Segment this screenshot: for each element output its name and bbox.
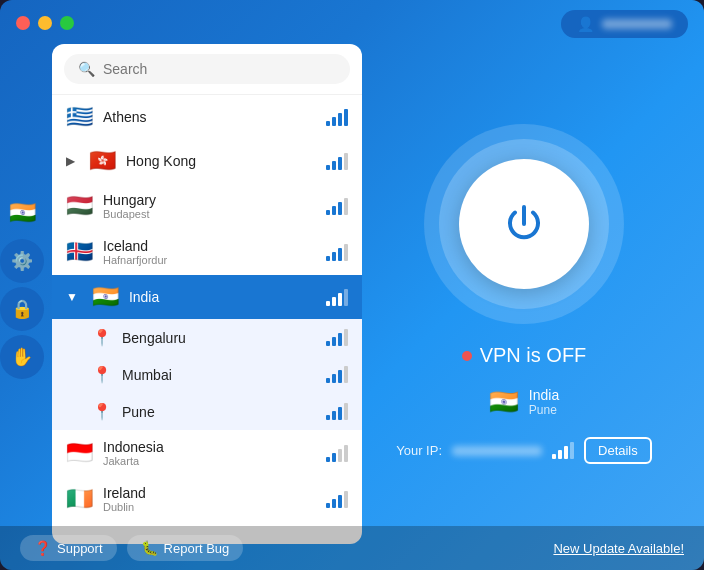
server-name-hongkong: Hong Kong xyxy=(126,153,316,169)
server-name-indonesia: Indonesia xyxy=(103,439,316,455)
power-icon xyxy=(499,199,549,249)
server-name-hungary: Hungary xyxy=(103,192,316,208)
power-button-container xyxy=(424,124,624,324)
server-city-indonesia: Jakarta xyxy=(103,455,316,467)
vpn-status-text: VPN is OFF xyxy=(480,344,587,367)
support-icon: ❓ xyxy=(34,540,51,556)
flag-indonesia: 🇮🇩 xyxy=(66,440,93,466)
sidebar-flag-button[interactable]: 🇮🇳 xyxy=(0,191,44,235)
user-name xyxy=(602,19,672,29)
user-button[interactable]: 👤 xyxy=(561,10,688,38)
server-panel: 🔍 🇬🇷 Athens ▶ xyxy=(52,44,362,544)
user-icon: 👤 xyxy=(577,16,594,32)
search-input[interactable] xyxy=(103,61,336,77)
power-ring-mid xyxy=(439,139,609,309)
server-name-india: India xyxy=(129,289,316,305)
sidebar-lock-button[interactable]: 🔒 xyxy=(0,287,44,331)
city-name-mumbai: Mumbai xyxy=(122,367,316,383)
connected-flag: 🇮🇳 xyxy=(489,388,519,416)
flag-iceland: 🇮🇸 xyxy=(66,239,93,265)
status-dot xyxy=(462,351,472,361)
connected-city: Pune xyxy=(529,403,559,417)
flag-hungary: 🇭🇺 xyxy=(66,193,93,219)
bug-icon: 🐛 xyxy=(141,540,158,556)
server-item-ireland[interactable]: 🇮🇪 Ireland Dublin xyxy=(52,476,362,522)
flag-hongkong: 🇭🇰 xyxy=(89,148,116,174)
search-input-wrapper: 🔍 xyxy=(64,54,350,84)
signal-ip xyxy=(552,442,574,459)
server-item-iceland[interactable]: 🇮🇸 Iceland Hafnarfjordur xyxy=(52,229,362,275)
pin-mumbai: 📍 xyxy=(92,365,112,384)
search-bar: 🔍 xyxy=(52,44,362,95)
ip-address xyxy=(452,446,542,456)
chevron-india: ▼ xyxy=(66,290,78,304)
app-window: 👤 🇮🇳 ⚙️ 🔒 ✋ 🔍 🇬🇷 Athens xyxy=(0,0,704,570)
server-list: 🇬🇷 Athens ▶ 🇭🇰 Hong Kong xyxy=(52,95,362,544)
power-ring-outer xyxy=(424,124,624,324)
right-panel: VPN is OFF 🇮🇳 India Pune Your IP: Detail… xyxy=(344,44,704,544)
bottom-left: ❓ Support 🐛 Report Bug xyxy=(20,535,243,561)
sidebar-hand-button[interactable]: ✋ xyxy=(0,335,44,379)
power-button[interactable] xyxy=(459,159,589,289)
report-bug-label: Report Bug xyxy=(164,541,230,556)
ip-bar: Your IP: Details xyxy=(396,437,652,464)
bottom-bar: ❓ Support 🐛 Report Bug New Update Availa… xyxy=(0,526,704,570)
close-button[interactable] xyxy=(16,16,30,30)
update-link[interactable]: New Update Available! xyxy=(553,541,684,556)
server-city-iceland: Hafnarfjordur xyxy=(103,254,316,266)
support-button[interactable]: ❓ Support xyxy=(20,535,117,561)
server-item-indonesia[interactable]: 🇮🇩 Indonesia Jakarta xyxy=(52,430,362,476)
report-bug-button[interactable]: 🐛 Report Bug xyxy=(127,535,244,561)
server-name-athens: Athens xyxy=(103,109,316,125)
server-item-athens[interactable]: 🇬🇷 Athens xyxy=(52,95,362,139)
sidebar-settings-button[interactable]: ⚙️ xyxy=(0,239,44,283)
connected-info: 🇮🇳 India Pune xyxy=(489,387,559,417)
search-icon: 🔍 xyxy=(78,61,95,77)
ip-label: Your IP: xyxy=(396,443,442,458)
minimize-button[interactable] xyxy=(38,16,52,30)
city-item-bengaluru[interactable]: 📍 Bengaluru xyxy=(52,319,362,356)
pin-pune: 📍 xyxy=(92,402,112,421)
server-item-hongkong[interactable]: ▶ 🇭🇰 Hong Kong xyxy=(52,139,362,183)
flag-india: 🇮🇳 xyxy=(92,284,119,310)
city-item-mumbai[interactable]: 📍 Mumbai xyxy=(52,356,362,393)
server-item-india[interactable]: ▼ 🇮🇳 India xyxy=(52,275,362,319)
support-label: Support xyxy=(57,541,103,556)
connected-country: India xyxy=(529,387,559,403)
expand-icon-hongkong: ▶ xyxy=(66,154,75,168)
city-name-pune: Pune xyxy=(122,404,316,420)
details-button[interactable]: Details xyxy=(584,437,652,464)
city-name-bengaluru: Bengaluru xyxy=(122,330,316,346)
server-name-iceland: Iceland xyxy=(103,238,316,254)
server-city-hungary: Budapest xyxy=(103,208,316,220)
server-item-hungary[interactable]: 🇭🇺 Hungary Budapest xyxy=(52,183,362,229)
sidebar-icons: 🇮🇳 ⚙️ 🔒 ✋ xyxy=(0,191,44,379)
maximize-button[interactable] xyxy=(60,16,74,30)
server-city-ireland: Dublin xyxy=(103,501,316,513)
server-name-ireland: Ireland xyxy=(103,485,316,501)
city-item-pune[interactable]: 📍 Pune xyxy=(52,393,362,430)
traffic-lights xyxy=(16,16,74,30)
flag-athens: 🇬🇷 xyxy=(66,104,93,130)
flag-ireland: 🇮🇪 xyxy=(66,486,93,512)
pin-bengaluru: 📍 xyxy=(92,328,112,347)
vpn-status: VPN is OFF xyxy=(462,344,587,367)
